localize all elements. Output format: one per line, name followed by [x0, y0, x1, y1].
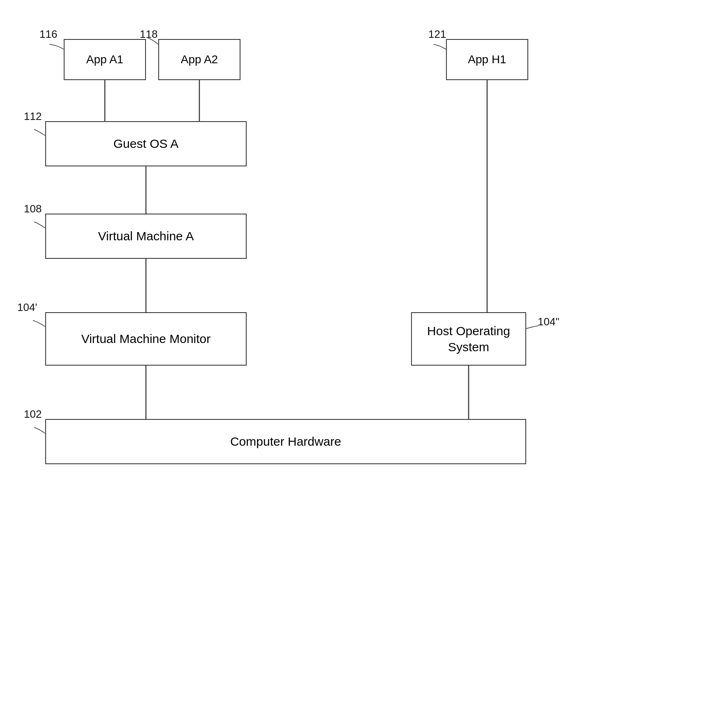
app-h1-box: App H1 [446, 39, 528, 80]
ref-104pp-leader [526, 326, 538, 329]
ref-108-leader [34, 222, 45, 228]
ref-112-leader [34, 129, 45, 136]
ref-104pp: 104" [538, 315, 559, 328]
ref-121-leader [434, 44, 446, 49]
host-os-box: Host Operating System [411, 312, 526, 366]
ref-116: 116 [39, 28, 57, 41]
app-a2-box: App A2 [158, 39, 240, 80]
ref-116-leader [49, 44, 64, 49]
hardware-box: Computer Hardware [45, 419, 526, 464]
ref-102: 102 [24, 408, 42, 421]
ref-108: 108 [24, 203, 42, 215]
diagram: App A1 App A2 App H1 Guest OS A Virtual … [0, 0, 728, 716]
ref-104p-leader [33, 320, 45, 327]
app-a1-box: App A1 [64, 39, 146, 80]
vmm-box: Virtual Machine Monitor [45, 312, 247, 366]
virtual-machine-a-box: Virtual Machine A [45, 214, 247, 259]
ref-112: 112 [24, 110, 42, 123]
ref-102-leader [34, 427, 45, 433]
ref-118: 118 [140, 28, 157, 41]
guest-os-a-box: Guest OS A [45, 121, 247, 166]
ref-104p: 104' [17, 301, 37, 314]
ref-121: 121 [428, 28, 446, 41]
